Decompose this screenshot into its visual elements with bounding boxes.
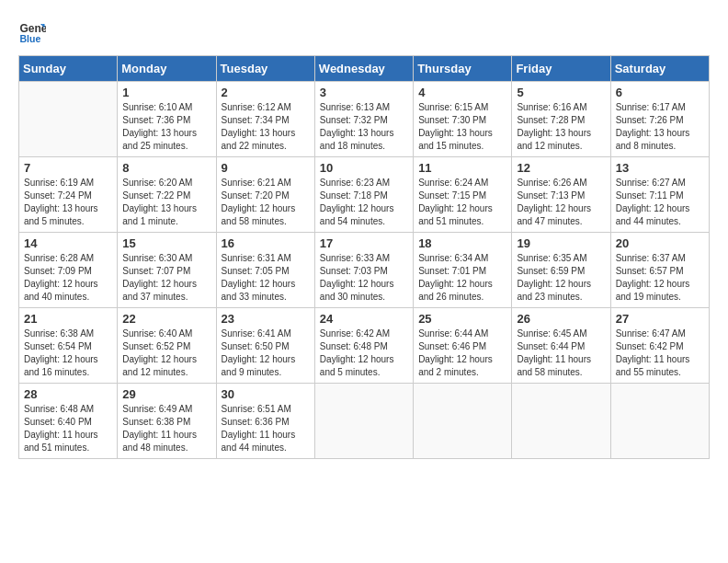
logo: General Blue — [18, 18, 48, 46]
day-number: 24 — [320, 312, 408, 326]
day-number: 15 — [122, 236, 210, 250]
header-wednesday: Wednesday — [314, 56, 413, 82]
day-detail: Sunrise: 6:20 AM Sunset: 7:22 PM Dayligh… — [122, 177, 210, 228]
day-number: 9 — [222, 161, 310, 175]
day-number: 19 — [517, 236, 605, 250]
day-cell: 11Sunrise: 6:24 AM Sunset: 7:15 PM Dayli… — [414, 157, 512, 233]
day-detail: Sunrise: 6:21 AM Sunset: 7:20 PM Dayligh… — [222, 177, 310, 228]
day-detail: Sunrise: 6:19 AM Sunset: 7:24 PM Dayligh… — [24, 177, 112, 228]
day-cell: 19Sunrise: 6:35 AM Sunset: 6:59 PM Dayli… — [512, 233, 610, 308]
day-detail: Sunrise: 6:27 AM Sunset: 7:11 PM Dayligh… — [616, 177, 704, 228]
day-number: 18 — [418, 236, 506, 250]
header-tuesday: Tuesday — [216, 56, 314, 82]
day-number: 1 — [122, 86, 210, 99]
day-detail: Sunrise: 6:12 AM Sunset: 7:34 PM Dayligh… — [222, 101, 310, 153]
day-detail: Sunrise: 6:51 AM Sunset: 6:36 PM Dayligh… — [222, 403, 310, 454]
day-cell: 15Sunrise: 6:30 AM Sunset: 7:07 PM Dayli… — [118, 233, 216, 308]
day-detail: Sunrise: 6:42 AM Sunset: 6:48 PM Dayligh… — [320, 327, 408, 379]
day-cell — [414, 384, 512, 459]
header-thursday: Thursday — [414, 56, 512, 82]
day-number: 2 — [222, 86, 310, 99]
day-number: 25 — [418, 312, 506, 326]
day-cell: 1Sunrise: 6:10 AM Sunset: 7:36 PM Daylig… — [118, 82, 216, 157]
day-number: 16 — [222, 236, 310, 250]
day-number: 20 — [616, 236, 704, 250]
header-sunday: Sunday — [19, 56, 118, 82]
day-number: 13 — [616, 161, 704, 175]
day-cell: 17Sunrise: 6:33 AM Sunset: 7:03 PM Dayli… — [314, 233, 413, 308]
day-detail: Sunrise: 6:15 AM Sunset: 7:30 PM Dayligh… — [418, 101, 506, 153]
day-cell — [314, 384, 413, 459]
day-cell: 9Sunrise: 6:21 AM Sunset: 7:20 PM Daylig… — [216, 157, 314, 233]
calendar-table: SundayMondayTuesdayWednesdayThursdayFrid… — [18, 55, 710, 459]
day-cell: 4Sunrise: 6:15 AM Sunset: 7:30 PM Daylig… — [414, 82, 512, 157]
day-detail: Sunrise: 6:23 AM Sunset: 7:18 PM Dayligh… — [320, 177, 408, 228]
day-number: 7 — [24, 161, 112, 175]
day-cell — [19, 82, 118, 157]
day-cell — [512, 384, 610, 459]
day-cell: 26Sunrise: 6:45 AM Sunset: 6:44 PM Dayli… — [512, 308, 610, 384]
day-cell — [610, 384, 709, 459]
day-detail: Sunrise: 6:13 AM Sunset: 7:32 PM Dayligh… — [320, 101, 408, 153]
day-cell: 2Sunrise: 6:12 AM Sunset: 7:34 PM Daylig… — [216, 82, 314, 157]
day-number: 17 — [320, 236, 408, 250]
header-row: SundayMondayTuesdayWednesdayThursdayFrid… — [19, 56, 710, 82]
day-number: 26 — [517, 312, 605, 326]
day-cell: 25Sunrise: 6:44 AM Sunset: 6:46 PM Dayli… — [414, 308, 512, 384]
day-number: 4 — [418, 86, 506, 99]
day-detail: Sunrise: 6:44 AM Sunset: 6:46 PM Dayligh… — [418, 327, 506, 379]
day-cell: 13Sunrise: 6:27 AM Sunset: 7:11 PM Dayli… — [610, 157, 709, 233]
day-number: 10 — [320, 161, 408, 175]
day-number: 30 — [222, 387, 310, 401]
day-cell: 30Sunrise: 6:51 AM Sunset: 6:36 PM Dayli… — [216, 384, 314, 459]
day-detail: Sunrise: 6:17 AM Sunset: 7:26 PM Dayligh… — [616, 101, 704, 153]
logo-icon: General Blue — [18, 18, 46, 46]
day-cell: 5Sunrise: 6:16 AM Sunset: 7:28 PM Daylig… — [512, 82, 610, 157]
day-detail: Sunrise: 6:10 AM Sunset: 7:36 PM Dayligh… — [122, 101, 210, 153]
day-cell: 29Sunrise: 6:49 AM Sunset: 6:38 PM Dayli… — [118, 384, 216, 459]
day-cell: 24Sunrise: 6:42 AM Sunset: 6:48 PM Dayli… — [314, 308, 413, 384]
day-cell: 12Sunrise: 6:26 AM Sunset: 7:13 PM Dayli… — [512, 157, 610, 233]
day-cell: 18Sunrise: 6:34 AM Sunset: 7:01 PM Dayli… — [414, 233, 512, 308]
day-detail: Sunrise: 6:47 AM Sunset: 6:42 PM Dayligh… — [616, 327, 704, 379]
day-detail: Sunrise: 6:35 AM Sunset: 6:59 PM Dayligh… — [517, 252, 605, 304]
day-number: 23 — [222, 312, 310, 326]
day-detail: Sunrise: 6:49 AM Sunset: 6:38 PM Dayligh… — [122, 403, 210, 454]
day-detail: Sunrise: 6:24 AM Sunset: 7:15 PM Dayligh… — [418, 177, 506, 228]
day-detail: Sunrise: 6:48 AM Sunset: 6:40 PM Dayligh… — [24, 403, 112, 454]
day-cell: 28Sunrise: 6:48 AM Sunset: 6:40 PM Dayli… — [19, 384, 118, 459]
header-saturday: Saturday — [610, 56, 709, 82]
day-cell: 22Sunrise: 6:40 AM Sunset: 6:52 PM Dayli… — [118, 308, 216, 384]
day-detail: Sunrise: 6:33 AM Sunset: 7:03 PM Dayligh… — [320, 252, 408, 304]
day-cell: 21Sunrise: 6:38 AM Sunset: 6:54 PM Dayli… — [19, 308, 118, 384]
day-number: 14 — [24, 236, 112, 250]
day-cell: 10Sunrise: 6:23 AM Sunset: 7:18 PM Dayli… — [314, 157, 413, 233]
day-cell: 8Sunrise: 6:20 AM Sunset: 7:22 PM Daylig… — [118, 157, 216, 233]
header-friday: Friday — [512, 56, 610, 82]
day-detail: Sunrise: 6:16 AM Sunset: 7:28 PM Dayligh… — [517, 101, 605, 153]
day-cell: 3Sunrise: 6:13 AM Sunset: 7:32 PM Daylig… — [314, 82, 413, 157]
header-monday: Monday — [118, 56, 216, 82]
day-detail: Sunrise: 6:40 AM Sunset: 6:52 PM Dayligh… — [122, 327, 210, 379]
day-number: 28 — [24, 387, 112, 401]
day-detail: Sunrise: 6:38 AM Sunset: 6:54 PM Dayligh… — [24, 327, 112, 379]
day-cell: 6Sunrise: 6:17 AM Sunset: 7:26 PM Daylig… — [610, 82, 709, 157]
day-number: 8 — [122, 161, 210, 175]
day-number: 12 — [517, 161, 605, 175]
day-cell: 23Sunrise: 6:41 AM Sunset: 6:50 PM Dayli… — [216, 308, 314, 384]
week-row-2: 7Sunrise: 6:19 AM Sunset: 7:24 PM Daylig… — [19, 157, 710, 233]
day-cell: 14Sunrise: 6:28 AM Sunset: 7:09 PM Dayli… — [19, 233, 118, 308]
day-number: 29 — [122, 387, 210, 401]
week-row-1: 1Sunrise: 6:10 AM Sunset: 7:36 PM Daylig… — [19, 82, 710, 157]
day-cell: 7Sunrise: 6:19 AM Sunset: 7:24 PM Daylig… — [19, 157, 118, 233]
day-detail: Sunrise: 6:37 AM Sunset: 6:57 PM Dayligh… — [616, 252, 704, 304]
day-number: 6 — [616, 86, 704, 99]
day-detail: Sunrise: 6:28 AM Sunset: 7:09 PM Dayligh… — [24, 252, 112, 304]
day-detail: Sunrise: 6:30 AM Sunset: 7:07 PM Dayligh… — [122, 252, 210, 304]
day-number: 27 — [616, 312, 704, 326]
day-number: 3 — [320, 86, 408, 99]
day-number: 22 — [122, 312, 210, 326]
day-number: 21 — [24, 312, 112, 326]
week-row-4: 21Sunrise: 6:38 AM Sunset: 6:54 PM Dayli… — [19, 308, 710, 384]
day-cell: 20Sunrise: 6:37 AM Sunset: 6:57 PM Dayli… — [610, 233, 709, 308]
